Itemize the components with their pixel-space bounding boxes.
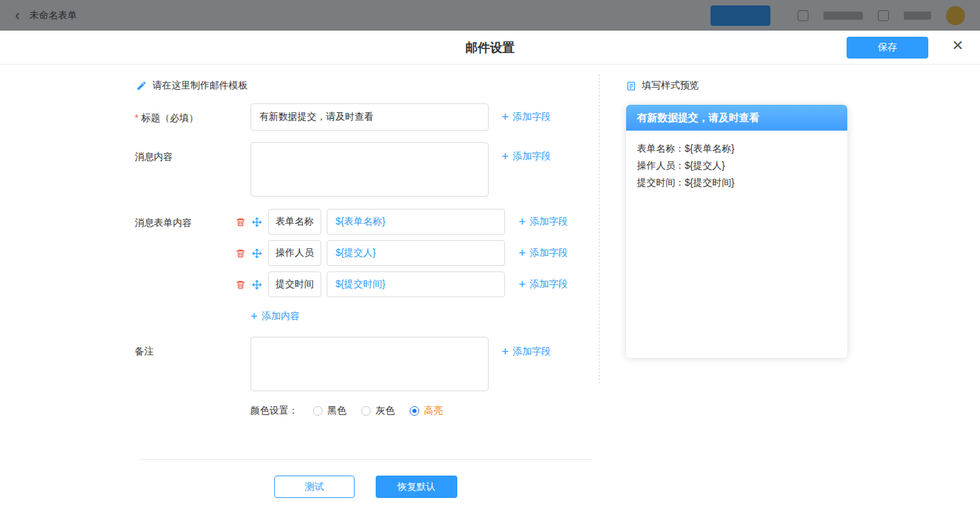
radio-icon-checked <box>410 406 419 416</box>
test-button[interactable]: 测试 <box>274 476 355 498</box>
preview-row: 提交时间：${提交时间} <box>637 174 836 191</box>
plus-icon: + <box>250 310 258 322</box>
message-textarea[interactable] <box>250 142 489 197</box>
add-field-link-row[interactable]: + 添加字段 <box>519 278 568 291</box>
required-mark: * <box>135 112 138 123</box>
vertical-dashed-divider <box>599 74 600 384</box>
preview-row: 表单名称：${表单名称} <box>637 140 836 157</box>
email-settings-modal: 邮件设置 保存 ✕ 请在这里制作邮件模板 *标题（必填） + 添加字段 消息内容… <box>0 31 980 515</box>
add-field-link-row[interactable]: + 添加字段 <box>519 246 568 260</box>
close-icon[interactable]: ✕ <box>951 38 964 52</box>
divider <box>140 459 592 460</box>
add-field-link-row[interactable]: + 添加字段 <box>519 215 568 229</box>
radio-label: 黑色 <box>327 405 346 417</box>
plus-icon: + <box>519 278 526 290</box>
radio-label: 高亮 <box>424 405 443 417</box>
note-label: 备注 <box>135 346 154 358</box>
plus-icon: + <box>519 216 526 228</box>
delete-icon[interactable] <box>235 248 246 259</box>
title-input[interactable] <box>250 103 489 131</box>
radio-icon <box>313 406 323 416</box>
plus-icon: + <box>502 150 509 163</box>
template-hint-text: 请在这里制作邮件模板 <box>152 80 248 92</box>
preview-card-title: 有新数据提交，请及时查看 <box>626 105 847 131</box>
modal-header: 邮件设置 保存 ✕ <box>0 31 980 65</box>
modal-title: 邮件设置 <box>0 31 980 65</box>
radio-icon <box>361 406 371 416</box>
field-value-input[interactable] <box>327 209 505 235</box>
save-button[interactable]: 保存 <box>847 37 928 59</box>
title-label: *标题（必填） <box>135 112 198 124</box>
template-hint: 请在这里制作邮件模板 <box>136 80 248 92</box>
radio-option-black[interactable]: 黑色 <box>313 405 346 417</box>
add-content-link[interactable]: + 添加内容 <box>250 310 300 323</box>
radio-option-highlight[interactable]: 高亮 <box>410 405 443 417</box>
preview-card-body: 表单名称：${表单名称} 操作人员：${提交人} 提交时间：${提交时间} <box>626 131 847 201</box>
document-icon <box>626 81 636 91</box>
field-name-input[interactable] <box>268 271 321 297</box>
radio-label: 灰色 <box>376 405 395 417</box>
form-content-label: 消息表单内容 <box>135 217 192 229</box>
add-field-link-title[interactable]: + 添加字段 <box>502 110 551 124</box>
add-field-link-note[interactable]: + 添加字段 <box>502 345 551 359</box>
preview-row: 操作人员：${提交人} <box>637 157 836 174</box>
delete-icon[interactable] <box>235 217 246 227</box>
field-name-input[interactable] <box>268 209 321 235</box>
field-value-input[interactable] <box>327 271 505 297</box>
plus-icon: + <box>502 346 509 358</box>
form-content-row: + 添加字段 <box>235 209 568 235</box>
preview-hint: 填写样式预览 <box>626 80 699 92</box>
plus-icon: + <box>502 111 509 123</box>
message-label: 消息内容 <box>135 151 173 163</box>
restore-default-button[interactable]: 恢复默认 <box>376 476 457 498</box>
modal-dim-overlay <box>0 0 980 31</box>
note-textarea[interactable] <box>250 337 489 391</box>
add-field-link-message[interactable]: + 添加字段 <box>502 150 551 163</box>
field-name-input[interactable] <box>268 240 321 266</box>
pencil-icon <box>136 80 147 91</box>
modal-body: 请在这里制作邮件模板 *标题（必填） + 添加字段 消息内容 + 添加字段 消息… <box>0 65 980 514</box>
move-icon[interactable] <box>252 248 263 259</box>
preview-card: 有新数据提交，请及时查看 表单名称：${表单名称} 操作人员：${提交人} 提交… <box>626 105 847 358</box>
delete-icon[interactable] <box>235 280 246 290</box>
move-icon[interactable] <box>252 280 263 290</box>
move-icon[interactable] <box>252 217 263 227</box>
radio-option-gray[interactable]: 灰色 <box>361 405 395 417</box>
form-content-row: + 添加字段 <box>235 240 568 266</box>
plus-icon: + <box>519 247 526 259</box>
preview-hint-text: 填写样式预览 <box>642 80 699 92</box>
color-setting-label: 颜色设置： <box>250 405 298 417</box>
field-value-input[interactable] <box>327 240 505 266</box>
color-setting-row: 颜色设置： 黑色 灰色 高亮 <box>250 405 443 417</box>
form-content-row: + 添加字段 <box>235 271 568 297</box>
